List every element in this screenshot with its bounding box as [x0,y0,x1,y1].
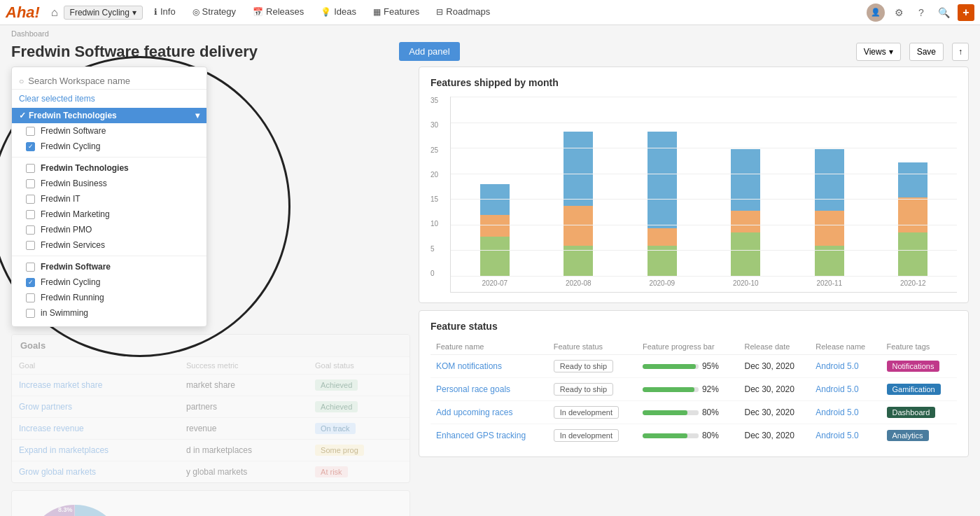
workspace-selector[interactable]: Fredwin Cycling ▾ [64,6,143,20]
bar-stack [480,184,510,277]
fs-status-badge: In development [554,429,619,442]
nav-link-roadmaps[interactable]: ⊟ Roadmaps [428,0,498,25]
ws-checkbox-services[interactable] [26,241,35,250]
status-badge: Achieved [315,401,358,412]
ws-item-fredwin-it[interactable]: Fredwin IT [12,191,206,207]
nav-link-features[interactable]: ▦ Features [365,0,428,25]
fs-release-date: Dec 30, 2020 [739,378,811,401]
bar-stack [731,149,760,277]
feature-name-link[interactable]: KOM notifications [436,361,502,371]
fs-release-name: Android 5.0 [810,401,881,424]
fs-release-date: Dec 30, 2020 [739,355,811,378]
bar-chart-panel: Features shipped by month 0 5 10 15 20 2… [419,67,969,303]
strategy-icon: ◎ [192,7,200,17]
goal-link[interactable]: Expand in marketplaces [19,445,108,455]
add-panel-button[interactable]: Add panel [399,42,460,61]
avatar[interactable]: 👤 [867,4,885,22]
release-name-link[interactable]: Android 5.0 [816,384,858,394]
ws-group-fredwin-software[interactable]: Fredwin Software [12,259,206,274]
col-release-name: Release name [810,339,881,355]
help-icon[interactable]: ? [913,4,930,21]
ws-item-fredwin-cycling-1[interactable]: ✓ Fredwin Cycling [12,139,206,154]
home-icon[interactable]: ⌂ [46,6,64,19]
nav-links: ℹ Info ◎ Strategy 📅 Releases 💡 Ideas ▦ F… [146,0,867,25]
save-button[interactable]: Save [909,43,944,61]
ws-item-in-swimming[interactable]: in Swimming [12,305,206,321]
bar-segment-orange [480,215,510,237]
nav-link-releases[interactable]: 📅 Releases [244,0,312,25]
goal-link[interactable]: Increase revenue [19,424,84,433]
bar-group [625,123,699,277]
goal-name: Increase revenue [12,418,179,440]
roadmaps-icon: ⊟ [436,7,443,17]
ws-checkbox-it[interactable] [26,195,35,204]
views-button[interactable]: Views ▾ [856,43,901,61]
ws-item-fredwin-pmo[interactable]: Fredwin PMO [12,222,206,237]
goal-link[interactable]: Grow partners [19,402,72,412]
ideas-icon: 💡 [321,7,331,17]
goal-name: Grow partners [12,396,179,418]
y-label-0: 0 [430,270,450,277]
ws-checkbox-swimming[interactable] [26,309,35,318]
settings-icon[interactable]: ⚙ [890,4,907,21]
fs-status: Ready to ship [548,378,637,401]
bar-segment-orange [648,228,677,246]
left-panel: ○ Clear selected items ✓ Fredwin Technol… [11,67,410,516]
bar-segment-blue [480,184,510,215]
col-release-date: Release date [739,339,811,355]
top-navigation: Aha! ⌂ Fredwin Cycling ▾ ℹ Info ◎ Strate… [0,0,980,25]
ws-checkbox-unchecked[interactable] [26,127,35,136]
ws-checkbox-business[interactable] [26,179,35,188]
ws-checkbox-cycling-2[interactable]: ✓ [26,278,35,287]
breadcrumb: Dashboard [0,25,980,39]
add-button[interactable]: + [958,4,974,21]
progress-label: 95% [702,361,719,371]
bar-stack [815,149,844,277]
goal-link[interactable]: Increase market share [19,380,102,390]
release-name-link[interactable]: Android 5.0 [816,431,858,440]
ws-item-fredwin-services[interactable]: Fredwin Services [12,237,206,253]
col-feature-name: Feature name [430,339,548,355]
feature-status-panel: Feature status Feature name Feature stat… [419,310,969,457]
ws-item-fredwin-software-1[interactable]: Fredwin Software [12,123,206,139]
feature-name-link[interactable]: Enhanced GPS tracking [436,431,526,440]
main-content: ○ Clear selected items ✓ Fredwin Technol… [0,67,980,516]
release-name-link[interactable]: Android 5.0 [816,407,858,417]
nav-link-strategy[interactable]: ◎ Strategy [184,0,244,25]
ws-group-fredwin-technologies-selected[interactable]: ✓ Fredwin Technologies ▾ [12,108,206,123]
feature-name-link[interactable]: Add upcoming races [436,407,512,417]
ws-checkbox-marketing[interactable] [26,210,35,219]
workspace-dropdown: ○ Clear selected items ✓ Fredwin Technol… [11,67,207,327]
goal-status-cell: Some prog [308,440,410,461]
ws-checkbox-software[interactable] [26,263,35,272]
nav-link-ideas[interactable]: 💡 Ideas [312,0,365,25]
goal-link[interactable]: Grow global markets [19,467,96,477]
app-logo[interactable]: Aha! [6,4,40,22]
fs-feature-name: Enhanced GPS tracking [430,424,548,447]
ws-checkbox-pmo[interactable] [26,225,35,235]
share-button[interactable]: ↑ [952,43,969,61]
clear-selected-items[interactable]: Clear selected items [12,92,206,108]
ws-item-fredwin-cycling-2[interactable]: ✓ Fredwin Cycling [12,274,206,290]
ws-checkbox-checked[interactable]: ✓ [26,142,35,151]
bar-segment-orange [731,211,760,232]
bar-segment-blue [648,132,677,228]
ws-checkbox-unchecked-2[interactable] [26,164,35,173]
search-icon[interactable]: 🔍 [935,4,952,21]
col-feature-tags: Feature tags [881,339,958,355]
bar-chart-area: 0 5 10 15 20 25 30 35 [430,97,957,293]
bars-row [451,97,957,277]
progress-bar: 80% [643,431,734,440]
bar-segment-green [731,232,760,277]
ws-checkbox-running[interactable] [26,293,35,302]
feature-name-link[interactable]: Personal race goals [436,384,510,394]
workspace-search-input[interactable] [28,76,200,86]
ws-item-fredwin-running[interactable]: Fredwin Running [12,290,206,305]
release-name-link[interactable]: Android 5.0 [816,361,858,371]
bar-segment-blue [731,149,760,211]
nav-link-info[interactable]: ℹ Info [146,0,184,25]
bar-segment-green [898,232,927,277]
ws-item-fredwin-marketing[interactable]: Fredwin Marketing [12,207,206,222]
ws-item-fredwin-business[interactable]: Fredwin Business [12,176,206,191]
ws-group-fredwin-technologies-2[interactable]: Fredwin Technologies [12,160,206,176]
